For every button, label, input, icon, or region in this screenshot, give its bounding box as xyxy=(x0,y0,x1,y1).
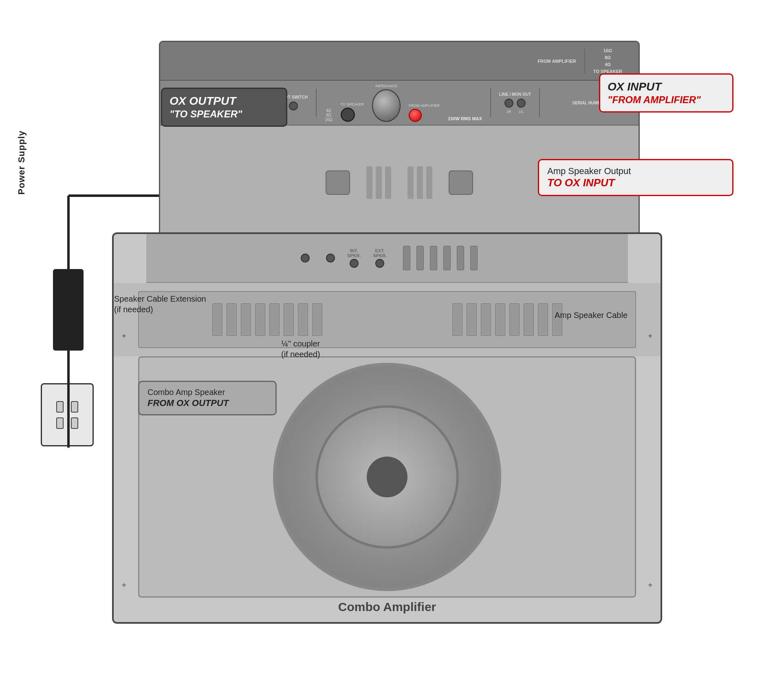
combo-amp: INT.SPKR. EXT.SPKR. xyxy=(112,232,662,624)
outlet-hole-left xyxy=(56,401,64,413)
power-adapter xyxy=(53,269,84,351)
ohm-4b-label: 4Ω xyxy=(325,108,333,113)
ox-output-callout: OX OUTPUT "TO SPEAKER" xyxy=(161,88,287,127)
impedance-label: IMPEDANCE xyxy=(372,84,401,88)
combo-speaker-subtitle: FROM OX OUTPUT xyxy=(148,398,229,408)
from-amplifier-front-label: FROM AMPLIFIER xyxy=(409,104,440,108)
amp-vent-slot-11 xyxy=(481,303,491,336)
combo-speaker-callout: Combo Amp Speaker FROM OX OUTPUT xyxy=(138,381,277,415)
ox-unit: FROM AMPLIFIER 16Ω 8Ω 4Ω TO SPEAKER POWE… xyxy=(159,41,640,241)
combo-speaker-title: Combo Amp Speaker xyxy=(148,388,267,397)
amp-vent-slot-9 xyxy=(452,303,462,336)
combo-amplifier-label: Combo Amplifier xyxy=(114,600,661,614)
line-out-jack-1[interactable] xyxy=(504,99,513,108)
line-out-label: LINE / MON OUT xyxy=(499,92,531,97)
amp-vent-slot-6 xyxy=(284,303,294,336)
ohm-8-label: 8Ω xyxy=(605,55,611,60)
ox-input-subtitle: "FROM AMPLIFIER" xyxy=(608,94,701,105)
to-speaker-jack[interactable] xyxy=(341,108,355,122)
amp-slider-4[interactable] xyxy=(443,246,451,270)
ox-output-title: OX OUTPUT xyxy=(170,95,279,108)
power-supply-label: Power Supply xyxy=(16,130,27,194)
outlet-hole-bottom-right xyxy=(71,417,78,429)
amp-vent-slot-3 xyxy=(241,303,251,336)
amp-vent-slot-8 xyxy=(312,303,322,336)
ox-port-left xyxy=(326,170,350,195)
ox-vent-6 xyxy=(426,166,432,199)
amp-speaker-output-title: Amp Speaker Output xyxy=(547,166,724,177)
ox-input-callout: OX INPUT "FROM AMPLIFIER" xyxy=(599,73,733,113)
amp-vent-slot-1 xyxy=(212,303,222,336)
amp-slider-1[interactable] xyxy=(403,246,410,270)
amp-top-panel: INT.SPKR. EXT.SPKR. xyxy=(146,234,628,283)
plus-tl: + xyxy=(122,332,126,340)
ox-vent-5 xyxy=(417,166,423,199)
amp-vent-slot-4 xyxy=(255,303,265,336)
amp-vent-slot-5 xyxy=(269,303,280,336)
to-speaker-front-label: TO SPEAKER xyxy=(341,102,364,106)
ox-output-subtitle: "TO SPEAKER" xyxy=(170,108,242,119)
amp-jack-1[interactable] xyxy=(301,254,310,263)
plus-tr: + xyxy=(648,332,652,340)
amp-vent-slot-12 xyxy=(495,303,505,336)
amp-vent-slot-14 xyxy=(524,303,534,336)
line-1l: 1/L xyxy=(519,110,524,114)
amp-vent-slot-10 xyxy=(467,303,477,336)
ox-vent-1 xyxy=(366,166,372,199)
ox-vent-3 xyxy=(385,166,391,199)
amp-vent-slot-15 xyxy=(538,303,548,336)
amp-vent-slot-2 xyxy=(227,303,237,336)
ohm-4-label: 4Ω xyxy=(605,62,611,67)
speaker-cable-extension-annotation: Speaker Cable Extension (if needed) xyxy=(114,294,206,315)
from-amplifier-label: FROM AMPLIFIER xyxy=(537,59,576,64)
amp-slider-3[interactable] xyxy=(430,246,437,270)
plus-bl: + xyxy=(122,581,126,589)
ohm-16b-label: 16Ω xyxy=(325,117,333,122)
impedance-knob[interactable] xyxy=(372,89,401,122)
ox-vent-2 xyxy=(376,166,382,199)
ext-spkr-label: EXT.SPKR. xyxy=(373,248,387,258)
amp-vent-slot-7 xyxy=(298,303,308,336)
to-ox-input-label: TO OX INPUT xyxy=(547,177,615,189)
ohm-8b-label: 8Ω xyxy=(325,113,333,117)
line-out-jack-2[interactable] xyxy=(517,99,526,108)
int-spkr-jack[interactable] xyxy=(350,259,359,268)
ox-vent-4 xyxy=(407,166,414,199)
amp-speaker-output-callout: Amp Speaker Output TO OX INPUT xyxy=(538,159,733,196)
outlet-hole-bottom-left xyxy=(56,417,64,429)
amp-jack-2[interactable] xyxy=(326,254,335,263)
amp-speaker-cable-annotation: Amp Speaker Cable xyxy=(555,310,628,320)
amp-slider-2[interactable] xyxy=(416,246,424,270)
ox-port-right xyxy=(449,170,473,195)
amp-slider-6[interactable] xyxy=(470,246,478,270)
ox-input-title: OX INPUT xyxy=(608,80,725,93)
from-amplifier-indicator xyxy=(409,109,422,122)
quarter-inch-coupler-annotation: ¼" coupler (if needed) xyxy=(281,338,320,360)
int-spkr-label: INT.SPKR. xyxy=(347,248,361,258)
speaker-cone xyxy=(273,363,501,591)
outlet-hole-right xyxy=(71,401,78,413)
power-badge: 150W RMS MAX xyxy=(448,116,482,121)
ext-spkr-jack[interactable] xyxy=(375,259,384,268)
amp-vent-slot-13 xyxy=(509,303,520,336)
wall-outlet xyxy=(41,383,94,446)
foot-switch-jack[interactable] xyxy=(289,102,298,110)
ohm-16-label: 16Ω xyxy=(603,48,612,53)
plus-br: + xyxy=(648,581,652,589)
line-2r: 2R xyxy=(507,110,511,114)
amp-slider-5[interactable] xyxy=(457,246,464,270)
